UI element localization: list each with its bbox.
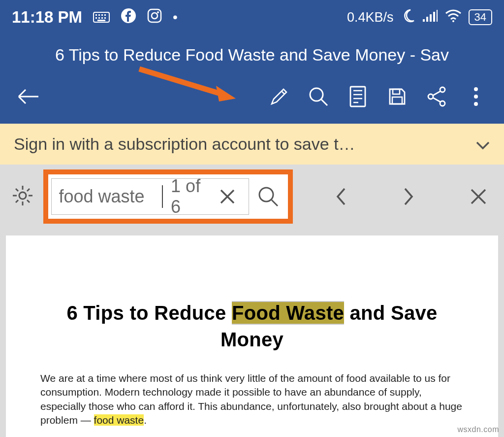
keyboard-icon: [93, 12, 110, 23]
reader-button[interactable]: [341, 79, 375, 114]
moon-icon: [401, 8, 415, 27]
search-result-count: 1 of 6: [171, 176, 209, 217]
body-post: .: [144, 414, 147, 426]
signin-text: Sign in with a subscription account to s…: [14, 134, 475, 154]
notification-dot: •: [173, 10, 178, 24]
svg-rect-4: [104, 14, 106, 16]
heading-highlight: Food Waste: [232, 302, 344, 324]
svg-rect-2: [98, 14, 100, 16]
svg-rect-14: [423, 19, 425, 22]
status-time: 11:18 PM: [12, 8, 82, 27]
gear-icon[interactable]: [12, 185, 33, 208]
svg-line-44: [27, 189, 30, 191]
svg-line-41: [16, 189, 18, 191]
svg-line-32: [433, 98, 441, 102]
toolbar: [0, 79, 504, 124]
svg-point-19: [452, 20, 454, 22]
chevron-down-icon: [475, 134, 490, 154]
heading-pre: 6 Tips to Reduce: [66, 302, 232, 324]
edit-button[interactable]: [262, 79, 296, 114]
status-right: 0.4KB/s 34: [347, 8, 492, 27]
document-viewport[interactable]: 6 Tips to Reduce Food Waste and Save Mon…: [0, 229, 504, 437]
signal-icon: [422, 9, 438, 26]
svg-rect-9: [97, 20, 105, 21]
search-button[interactable]: [301, 79, 336, 114]
svg-line-31: [433, 91, 441, 96]
document-page: 6 Tips to Reduce Food Waste and Save Mon…: [6, 235, 498, 437]
search-bar: 1 of 6: [0, 165, 504, 229]
svg-point-20: [310, 88, 323, 101]
svg-point-13: [157, 11, 159, 13]
document-body: We are at a time where most of us think …: [35, 371, 469, 427]
text-cursor: [162, 185, 163, 208]
svg-line-43: [16, 200, 18, 202]
signin-banner[interactable]: Sign in with a subscription account to s…: [0, 124, 504, 165]
search-input[interactable]: [59, 186, 162, 207]
clear-search-button[interactable]: [213, 179, 242, 214]
instagram-icon: [147, 8, 162, 27]
svg-rect-27: [392, 97, 402, 104]
search-highlight-box: 1 of 6: [43, 169, 292, 224]
svg-point-36: [19, 192, 26, 199]
svg-rect-26: [393, 89, 400, 94]
document-title: 6 Tips to Reduce Food Waste and Save Mon…: [0, 34, 504, 79]
prev-result-button[interactable]: [321, 179, 361, 214]
search-go-button[interactable]: [252, 179, 284, 214]
svg-rect-11: [148, 9, 161, 22]
svg-rect-16: [430, 14, 432, 22]
svg-rect-3: [101, 14, 103, 16]
document-heading: 6 Tips to Reduce Food Waste and Save Mon…: [35, 300, 469, 353]
svg-point-33: [474, 87, 478, 91]
svg-rect-7: [101, 17, 103, 19]
wifi-icon: [445, 9, 462, 26]
svg-rect-1: [95, 14, 97, 16]
body-highlight: food waste: [94, 414, 144, 426]
svg-point-12: [152, 13, 158, 19]
close-search-button[interactable]: [459, 179, 498, 214]
svg-rect-17: [433, 12, 435, 22]
back-button[interactable]: [11, 79, 45, 114]
share-button[interactable]: [419, 79, 454, 114]
svg-point-28: [440, 87, 445, 92]
more-button[interactable]: [459, 79, 493, 114]
svg-rect-21: [350, 87, 365, 106]
svg-point-34: [474, 95, 478, 99]
svg-rect-15: [426, 17, 428, 22]
data-rate: 0.4KB/s: [347, 10, 394, 25]
status-left: 11:18 PM •: [12, 8, 178, 27]
svg-rect-5: [95, 17, 97, 19]
next-result-button[interactable]: [389, 179, 428, 214]
svg-point-45: [259, 188, 273, 202]
battery-indicator: 34: [469, 9, 492, 25]
facebook-icon: [121, 8, 136, 27]
svg-rect-8: [104, 17, 106, 19]
status-bar: 11:18 PM • 0.4KB/s 34: [0, 0, 504, 34]
svg-rect-6: [98, 17, 100, 19]
svg-point-35: [474, 102, 478, 106]
svg-rect-18: [437, 10, 438, 22]
svg-point-30: [440, 101, 445, 106]
watermark: wsxdn.com: [457, 425, 499, 434]
search-input-container: 1 of 6: [51, 178, 249, 215]
save-button[interactable]: [380, 79, 414, 114]
svg-line-42: [27, 200, 30, 202]
svg-point-29: [428, 94, 433, 99]
